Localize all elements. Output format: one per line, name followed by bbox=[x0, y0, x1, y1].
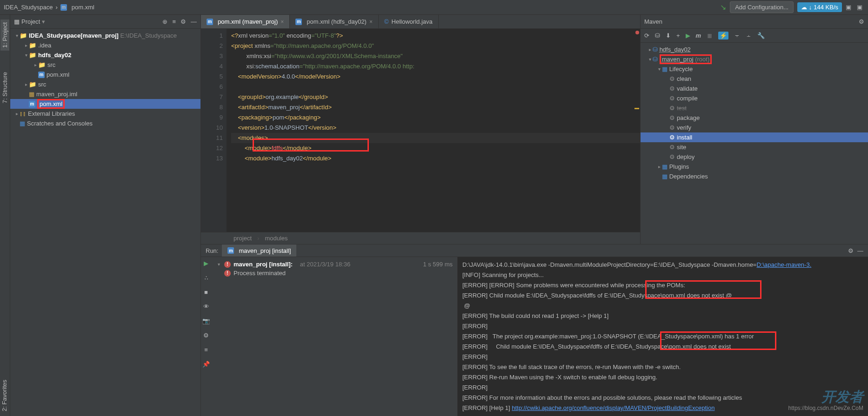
rail-tab-favorites[interactable]: 2: Favorites bbox=[1, 380, 8, 411]
top-bar: IDEA_Studyspace › m pom.xml ↘ Add Config… bbox=[0, 0, 868, 15]
highlight-box-error1 bbox=[645, 280, 761, 299]
settings-icon[interactable]: ⚙ bbox=[848, 247, 854, 254]
toggle-icon[interactable]: ⫼ bbox=[707, 32, 713, 39]
maven-goal-test[interactable]: ⚙test bbox=[641, 103, 868, 113]
toolbar-icon-2[interactable]: ▣ bbox=[857, 4, 864, 11]
crumb-modules[interactable]: modules bbox=[265, 235, 287, 242]
maven-goal-install[interactable]: ⚙install bbox=[641, 132, 868, 142]
project-panel: ▦ Project ▾ ⊕ ≡ ⚙ — ▾📁IDEA_Studyspace [m… bbox=[10, 15, 201, 416]
run-config-dropdown[interactable]: Add Configuration... bbox=[730, 1, 794, 13]
run-header: Run: mmaven_proj [install] ⚙ — bbox=[201, 244, 868, 257]
breadcrumb: IDEA_Studyspace › m pom.xml bbox=[4, 4, 720, 11]
collapse-all-icon[interactable]: ⫠ bbox=[746, 32, 752, 39]
tree-scratches[interactable]: ▦Scratches and Consoles bbox=[10, 119, 200, 128]
minimize-icon[interactable]: — bbox=[191, 18, 197, 25]
add-icon[interactable]: + bbox=[676, 32, 680, 39]
error-icon: ! bbox=[224, 261, 231, 268]
maven-plugins[interactable]: ▸▦ Plugins bbox=[641, 162, 868, 172]
editor-breadcrumb: project› modules bbox=[201, 232, 640, 244]
maven-toolbar: ⟳ ⛁ ⬇ + ▶ m ⫼ ⚡ ⫟ ⫠ 🔧 bbox=[641, 29, 868, 43]
close-icon[interactable]: × bbox=[280, 19, 284, 25]
warning-marker-icon[interactable] bbox=[634, 108, 639, 109]
layout-icon[interactable]: ≡ bbox=[204, 346, 208, 353]
watermark: 开发者 bbox=[821, 392, 863, 402]
expand-icon[interactable]: ⫟ bbox=[734, 32, 740, 39]
code-editor[interactable]: 12345678910111213 <?xml version="1.0" en… bbox=[201, 29, 640, 232]
error-stripe[interactable] bbox=[634, 29, 640, 232]
maven-goal-verify[interactable]: ⚙verify bbox=[641, 123, 868, 132]
minimize-icon[interactable]: — bbox=[857, 247, 863, 254]
download-icon[interactable]: ⬇ bbox=[666, 32, 671, 39]
maven-goal-compile[interactable]: ⚙compile bbox=[641, 93, 868, 103]
breadcrumb-root[interactable]: IDEA_Studyspace bbox=[4, 4, 53, 11]
settings-icon[interactable]: ⚙ bbox=[859, 18, 864, 25]
maven-proj-node[interactable]: ▾⛁ maven_proj (root) bbox=[641, 54, 868, 64]
tree-pom2[interactable]: mpom.xml bbox=[10, 99, 200, 109]
collapse-icon[interactable]: ≡ bbox=[172, 18, 176, 25]
build-icon[interactable]: ↘ bbox=[720, 3, 726, 12]
offline-icon[interactable]: ⚡ bbox=[718, 32, 728, 40]
left-tool-rail: 1: Project 7: Structure bbox=[0, 15, 10, 416]
run-tree: ▾! maven_proj [install]: at 2021/3/19 18… bbox=[211, 257, 458, 416]
maven-hdfs-node[interactable]: ▸⛁ hdfs_day02 bbox=[641, 45, 868, 54]
maven-tree: ▸⛁ hdfs_day02 ▾⛁ maven_proj (root) ▾▦ Li… bbox=[641, 43, 868, 244]
tab-pom-hdfs[interactable]: mpom.xml (hdfs_day02)× bbox=[290, 15, 379, 28]
run-root-node[interactable]: ▾! maven_proj [install]: at 2021/3/19 18… bbox=[214, 260, 454, 269]
filter-icon[interactable]: ⛬ bbox=[203, 274, 209, 281]
tree-iml[interactable]: ▦maven_proj.iml bbox=[10, 89, 200, 99]
tree-root[interactable]: ▾📁IDEA_Studyspace [maven_proj] E:\IDEA_S… bbox=[10, 31, 200, 40]
rail-tab-structure[interactable]: 7: Structure bbox=[0, 69, 9, 106]
run-terminated-node[interactable]: !Process terminated bbox=[214, 269, 454, 277]
generate-icon[interactable]: ⛁ bbox=[655, 32, 660, 39]
line-gutter: 12345678910111213 bbox=[201, 29, 227, 232]
tree-src1[interactable]: ▸📁src bbox=[10, 60, 200, 70]
maven-goal-package[interactable]: ⚙package bbox=[641, 113, 868, 123]
dropdown-icon[interactable]: ▾ bbox=[42, 18, 45, 25]
breadcrumb-file[interactable]: pom.xml bbox=[72, 4, 94, 11]
maven-title: Maven bbox=[644, 18, 662, 25]
project-tree: ▾📁IDEA_Studyspace [maven_proj] E:\IDEA_S… bbox=[10, 29, 200, 416]
wrench-icon[interactable]: 🔧 bbox=[757, 32, 765, 39]
run-tab[interactable]: mmaven_proj [install] bbox=[222, 244, 296, 257]
toolbar-icon-1[interactable]: ▣ bbox=[846, 4, 853, 11]
maven-dependencies[interactable]: ▦ Dependencies bbox=[641, 172, 868, 181]
settings-icon[interactable]: ⚙ bbox=[180, 18, 186, 25]
project-icon: ▦ bbox=[14, 18, 20, 25]
rail-tab-project[interactable]: 1: Project bbox=[0, 20, 9, 51]
tab-helloworld[interactable]: ©Helloworld.java bbox=[379, 15, 439, 28]
highlight-box-module bbox=[253, 139, 369, 152]
run-toolbar: ▶ ⛬ ■ 👁 📷 ⚙ ≡ 📌 bbox=[201, 257, 211, 416]
eye-icon[interactable]: 👁 bbox=[203, 303, 209, 310]
panel-title[interactable]: Project bbox=[21, 18, 40, 25]
tab-pom-maven-proj[interactable]: mpom.xml (maven_proj)× bbox=[201, 15, 290, 28]
run-icon[interactable]: ▶ bbox=[686, 32, 690, 39]
console-output[interactable]: D:\JAVA\jdk-14.0.1\bin\java.exe -Dmaven.… bbox=[458, 257, 868, 416]
crumb-project[interactable]: project bbox=[234, 235, 252, 242]
maven-goal-validate[interactable]: ⚙validate bbox=[641, 84, 868, 93]
maven-goal-site[interactable]: ⚙site bbox=[641, 142, 868, 152]
maven-lifecycle[interactable]: ▾▦ Lifecycle bbox=[641, 64, 868, 74]
tree-pom1[interactable]: mpom.xml bbox=[10, 70, 200, 79]
maven-goal-clean[interactable]: ⚙clean bbox=[641, 74, 868, 84]
maven-file-icon: m bbox=[60, 4, 67, 11]
gear-icon[interactable]: ⚙ bbox=[203, 332, 209, 339]
close-icon[interactable]: × bbox=[369, 19, 373, 25]
tree-hdfs[interactable]: ▾📁hdfs_day02 bbox=[10, 50, 200, 60]
stop-icon[interactable]: ■ bbox=[204, 289, 208, 296]
maven-icon[interactable]: m bbox=[696, 32, 701, 39]
camera-icon[interactable]: 📷 bbox=[202, 317, 210, 324]
reimport-icon[interactable]: ⟳ bbox=[644, 32, 649, 39]
error-icon: ! bbox=[224, 270, 231, 277]
network-speed-badge[interactable]: ☁ ↓ 144 KB/s bbox=[797, 2, 842, 12]
tree-idea[interactable]: ▸📁.idea bbox=[10, 40, 200, 50]
run-title: Run: bbox=[206, 247, 218, 254]
error-marker-icon[interactable] bbox=[635, 31, 639, 34]
chevron-right-icon: › bbox=[56, 4, 58, 11]
rerun-icon[interactable]: ▶ bbox=[204, 260, 208, 267]
tree-ext-libs[interactable]: ▸⫿⫿External Libraries bbox=[10, 109, 200, 119]
maven-panel: Maven ⚙ ⟳ ⛁ ⬇ + ▶ m ⫼ ⚡ ⫟ ⫠ 🔧 ▸⛁ bbox=[640, 15, 868, 244]
tree-src2[interactable]: ▸📁src bbox=[10, 79, 200, 89]
maven-goal-deploy[interactable]: ⚙deploy bbox=[641, 152, 868, 162]
target-icon[interactable]: ⊕ bbox=[162, 18, 167, 25]
pin-icon[interactable]: 📌 bbox=[202, 361, 210, 368]
